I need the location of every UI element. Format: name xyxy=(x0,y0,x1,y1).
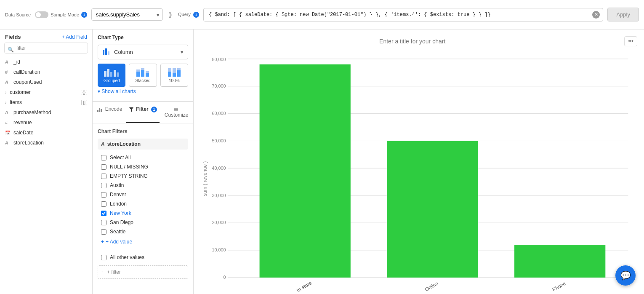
svg-rect-1 xyxy=(105,48,107,55)
filter-option-select-all[interactable]: Select All xyxy=(98,153,188,162)
top-bar: Data Source Sample Mode 1 sales.supplySa… xyxy=(0,0,644,29)
svg-text:Phone: Phone xyxy=(551,280,567,292)
datasource-arrow-btn[interactable]: ⟫ xyxy=(167,10,174,20)
add-filter-row[interactable]: + + filter xyxy=(98,265,188,279)
svg-rect-9 xyxy=(136,69,140,72)
svg-text:70,000: 70,000 xyxy=(212,83,226,88)
svg-text:20,000: 20,000 xyxy=(212,220,226,225)
filter-option-london[interactable]: London xyxy=(98,199,188,208)
sample-mode-switch[interactable] xyxy=(35,11,48,18)
svg-rect-4 xyxy=(107,69,109,77)
field-item-callduration[interactable]: # callDuration xyxy=(0,67,92,77)
fields-title: Fields xyxy=(5,34,21,40)
plus-icon: + xyxy=(101,239,104,245)
field-item-saledate[interactable]: 📅 saleDate xyxy=(0,128,92,138)
bar-phone[interactable] xyxy=(514,245,605,278)
query-badge: 1 xyxy=(193,12,199,18)
fields-header: Fields + Add Field xyxy=(0,29,92,43)
fields-sidebar: Fields + Add Field 🔍 A _id # callDuratio… xyxy=(0,29,93,294)
filter-option-denver[interactable]: Denver xyxy=(98,190,188,199)
add-field-button[interactable]: + Add Field xyxy=(62,34,87,40)
datasource-select[interactable]: sales.supplySales xyxy=(91,8,163,21)
filter-option-null[interactable]: NULL / MISSING xyxy=(98,162,188,171)
field-icon-purchasemethod: A xyxy=(5,110,11,115)
apply-button[interactable]: Apply xyxy=(607,8,639,21)
variant-label-100pct: 100% xyxy=(169,78,180,83)
svg-text:30,000: 30,000 xyxy=(212,193,226,198)
query-clear-btn[interactable]: ✕ xyxy=(592,11,600,19)
svg-text:10,000: 10,000 xyxy=(212,247,226,252)
tab-filter[interactable]: Filter 1 xyxy=(126,102,160,123)
filter-tab-badge: 1 xyxy=(151,107,157,112)
sample-mode-badge: 1 xyxy=(81,12,87,18)
field-name-customer: customer xyxy=(10,89,78,95)
checkbox-sandiego[interactable] xyxy=(101,220,106,225)
field-name-items: items xyxy=(10,99,79,105)
svg-rect-15 xyxy=(168,68,171,72)
filter-input-wrapper: 🔍 xyxy=(0,43,92,57)
chart-variant-grouped[interactable]: Grouped xyxy=(98,64,125,87)
svg-text:Online: Online xyxy=(424,280,439,292)
filter-option-austin[interactable]: Austin xyxy=(98,181,188,190)
field-icon-callduration: # xyxy=(5,69,11,75)
tab-customize[interactable]: Customize xyxy=(160,102,193,123)
middle-panel: Chart Type Column ▾ xyxy=(93,29,194,294)
svg-rect-20 xyxy=(97,110,98,112)
checkbox-seattle[interactable] xyxy=(101,229,106,235)
field-type-customer: {} xyxy=(81,90,87,95)
field-item-storelocation[interactable]: A storeLocation xyxy=(0,138,92,148)
variant-label-grouped: Grouped xyxy=(104,78,120,83)
chat-icon: 💬 xyxy=(620,270,631,281)
field-type-items: [] xyxy=(81,100,87,105)
filter-option-empty[interactable]: EMPTY STRING xyxy=(98,171,188,181)
checkbox-select-all[interactable] xyxy=(101,155,106,160)
filter-option-all-other[interactable]: All other values xyxy=(98,253,188,262)
chart-type-title: Chart Type xyxy=(98,35,188,40)
filter-option-newyork[interactable]: New York xyxy=(98,208,188,218)
svg-rect-5 xyxy=(110,72,112,77)
checkbox-newyork[interactable] xyxy=(101,211,106,216)
sample-mode-toggle[interactable]: Sample Mode 1 xyxy=(35,11,87,18)
tab-encode[interactable]: Encode xyxy=(93,102,126,123)
field-item-revenue[interactable]: # revenue xyxy=(0,118,92,128)
bar-online[interactable] xyxy=(387,141,478,278)
add-value-btn[interactable]: + + Add value xyxy=(98,236,188,247)
chart-menu-button[interactable]: ••• xyxy=(624,36,637,46)
field-name-storelocation: storeLocation xyxy=(13,140,87,146)
svg-rect-0 xyxy=(103,50,104,55)
field-icon-saledate: 📅 xyxy=(5,131,11,135)
field-item-purchasemethod[interactable]: A purchaseMethod xyxy=(0,107,92,118)
chat-button[interactable]: 💬 xyxy=(615,265,636,286)
checkbox-austin[interactable] xyxy=(101,183,106,188)
variant-label-stacked: Stacked xyxy=(135,78,150,83)
checkbox-denver[interactable] xyxy=(101,192,106,198)
chart-title-input[interactable] xyxy=(200,38,624,45)
field-item-customer[interactable]: › customer {} xyxy=(0,87,92,97)
field-item-couponused[interactable]: A couponUsed xyxy=(0,77,92,87)
checkbox-null[interactable] xyxy=(101,164,106,170)
chart-variant-stacked[interactable]: Stacked xyxy=(129,64,157,87)
filter-option-seattle[interactable]: Seattle xyxy=(98,227,188,236)
show-all-charts-button[interactable]: ▾ Show all charts xyxy=(98,87,136,96)
checkbox-all-other[interactable] xyxy=(101,255,106,260)
svg-text:In store: In store xyxy=(295,280,313,293)
query-input[interactable] xyxy=(203,8,603,21)
svg-rect-2 xyxy=(108,51,109,55)
svg-text:0: 0 xyxy=(224,275,226,280)
checkbox-empty[interactable] xyxy=(101,174,106,179)
svg-rect-17 xyxy=(173,68,176,73)
checkbox-london[interactable] xyxy=(101,201,106,207)
svg-rect-3 xyxy=(104,71,106,77)
bar-in-store[interactable] xyxy=(260,64,351,278)
filter-option-sandiego[interactable]: San Diego xyxy=(98,218,188,227)
svg-rect-7 xyxy=(117,72,119,77)
svg-rect-12 xyxy=(146,73,149,77)
chart-type-select[interactable]: Column ▾ xyxy=(98,45,188,59)
chevron-icon-items: › xyxy=(5,100,6,105)
svg-rect-6 xyxy=(114,70,116,77)
field-item-items[interactable]: › items [] xyxy=(0,97,92,107)
fields-filter-input[interactable] xyxy=(4,43,88,53)
field-icon-storelocation: A xyxy=(5,140,11,145)
field-item-id[interactable]: A _id xyxy=(0,57,92,67)
chart-variant-100pct[interactable]: 100% xyxy=(160,64,188,87)
